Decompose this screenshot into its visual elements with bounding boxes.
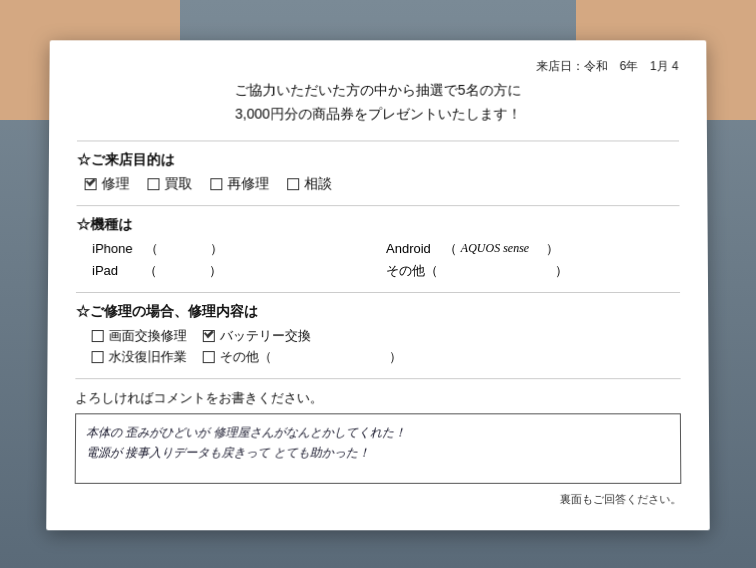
- option-consult: 相談: [287, 175, 332, 193]
- checkbox-re-repair: [210, 178, 222, 190]
- android-label: Android （: [386, 240, 457, 258]
- repair-options: 画面交換修理 バッテリー交換 水没復旧作業 その他（ ）: [91, 327, 680, 366]
- other-label: その他（ ）: [386, 262, 568, 280]
- device-section: ☆機種は iPhone （ ） Android （ AQUOS sense ） …: [76, 216, 680, 280]
- ipad-label: iPad （ ）: [92, 262, 222, 280]
- divider-1: [77, 140, 679, 141]
- label-repair: 修理: [102, 175, 130, 193]
- option-re-repair: 再修理: [210, 175, 269, 193]
- survey-paper: 来店日：令和 6年 1月 4 ご協力いただいた方の中から抽選で5名の方に 3,0…: [46, 40, 710, 530]
- label-battery: バッテリー交換: [220, 327, 311, 345]
- label-water: 水没復旧作業: [109, 348, 187, 366]
- checkbox-battery: [203, 330, 215, 342]
- label-buy: 買取: [164, 175, 192, 193]
- device-iphone: iPhone （ ）: [92, 240, 386, 258]
- option-other-repair: その他（ ）: [203, 348, 402, 366]
- checkbox-repair: [85, 178, 97, 190]
- android-close: ）: [533, 240, 559, 258]
- divider-3: [76, 292, 680, 293]
- repair-row-2: 水没復旧作業 その他（ ）: [91, 348, 680, 366]
- label-screen: 画面交換修理: [109, 327, 187, 345]
- checkbox-other-repair: [203, 351, 215, 363]
- checkbox-buy: [147, 178, 159, 190]
- repair-title: ☆ご修理の場合、修理内容は: [76, 303, 680, 321]
- device-grid: iPhone （ ） Android （ AQUOS sense ） iPad …: [92, 240, 680, 280]
- device-title: ☆機種は: [76, 216, 679, 234]
- option-water: 水没復旧作業: [91, 348, 186, 366]
- option-screen: 画面交換修理: [92, 327, 187, 345]
- checkbox-consult: [287, 178, 299, 190]
- divider-4: [75, 378, 680, 379]
- iphone-label: iPhone （ ）: [92, 240, 223, 258]
- intro-line1: ご協力いただいた方の中から抽選で5名の方に: [77, 79, 679, 103]
- device-android: Android （ AQUOS sense ）: [386, 240, 680, 258]
- option-repair: 修理: [85, 175, 130, 193]
- comment-line1: 本体の 歪みがひどいが 修理屋さんがなんとかしてくれた！: [86, 422, 670, 443]
- footer-text: 裏面もご回答ください。: [75, 491, 682, 506]
- date-header: 来店日：令和 6年 1月 4: [77, 58, 678, 75]
- intro-block: ご協力いただいた方の中から抽選で5名の方に 3,000円分の商品券をプレゼントい…: [77, 79, 679, 126]
- comment-box: 本体の 歪みがひどいが 修理屋さんがなんとかしてくれた！ 電源が 接事入りデータ…: [75, 413, 682, 483]
- android-value: AQUOS sense: [461, 241, 529, 256]
- comment-section: よろしければコメントをお書きください。 本体の 歪みがひどいが 修理屋さんがなん…: [75, 389, 682, 484]
- purpose-title: ☆ご来店目的は: [77, 151, 679, 169]
- repair-row-1: 画面交換修理 バッテリー交換: [92, 327, 681, 345]
- label-other-repair: その他（ ）: [220, 348, 402, 366]
- repair-section: ☆ご修理の場合、修理内容は 画面交換修理 バッテリー交換 水没復旧作業: [75, 303, 680, 366]
- label-consult: 相談: [304, 175, 332, 193]
- device-other: その他（ ）: [386, 262, 680, 280]
- device-ipad: iPad （ ）: [92, 262, 386, 280]
- comment-label: よろしければコメントをお書きください。: [75, 389, 681, 407]
- label-re-repair: 再修理: [227, 175, 269, 193]
- option-buy: 買取: [147, 175, 192, 193]
- option-battery: バッテリー交換: [203, 327, 311, 345]
- purpose-options: 修理 買取 再修理 相談: [85, 175, 680, 193]
- divider-2: [77, 205, 680, 206]
- purpose-section: ☆ご来店目的は 修理 買取 再修理 相談: [77, 151, 680, 193]
- checkbox-screen: [92, 330, 104, 342]
- comment-line2: 電源が 接事入りデータも戻きって とても助かった！: [86, 443, 670, 464]
- date-text: 来店日：令和 6年 1月 4: [536, 59, 679, 73]
- checkbox-water: [92, 351, 104, 363]
- intro-line2: 3,000円分の商品券をプレゼントいたします！: [77, 103, 679, 127]
